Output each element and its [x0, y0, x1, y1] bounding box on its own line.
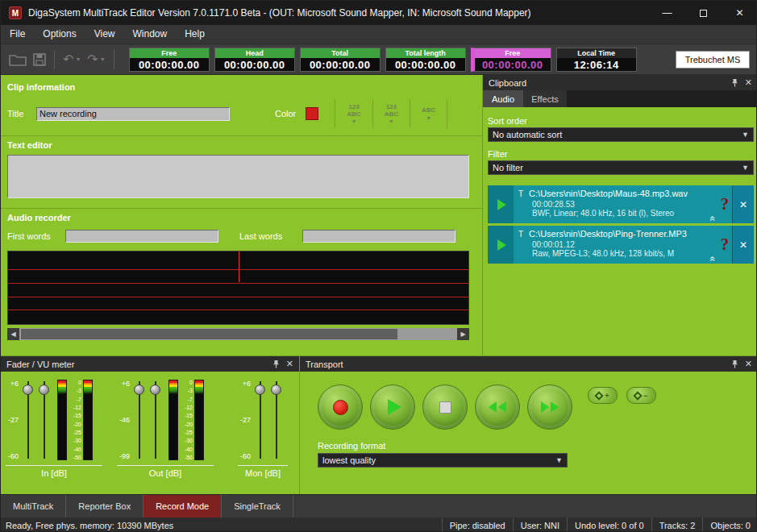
- group-divider-line: [6, 465, 102, 466]
- fader-knob[interactable]: [39, 384, 49, 395]
- fader-knob[interactable]: [150, 384, 160, 395]
- menu-window[interactable]: Window: [124, 25, 177, 44]
- tab-effects[interactable]: Effects: [523, 90, 567, 107]
- redo-icon: ↷: [87, 53, 98, 66]
- menu-view[interactable]: View: [85, 25, 124, 44]
- save-icon: [33, 53, 46, 66]
- menu-file[interactable]: File: [1, 25, 34, 44]
- scroll-right-button[interactable]: ▶: [457, 328, 469, 340]
- clipboard-panel: Clipboard ✕ Audio Effects Sort order No …: [482, 75, 757, 355]
- fader-knob[interactable]: [255, 384, 265, 395]
- waveform-display: [7, 251, 469, 325]
- tab-audio[interactable]: Audio: [483, 90, 523, 107]
- pin-icon: [731, 360, 738, 368]
- item-play-button[interactable]: [488, 226, 514, 264]
- window-title: DigaSystem MultiTrack Editor Version 7.0…: [28, 7, 649, 19]
- filter-dropdown[interactable]: No filter ▼: [488, 160, 754, 175]
- transport-close-button[interactable]: ✕: [745, 359, 752, 369]
- fader-knob[interactable]: [23, 384, 33, 395]
- scroll-left-button[interactable]: ◀: [7, 328, 19, 340]
- clipboard-panel-title: Clipboard: [483, 78, 731, 88]
- add-marker-button[interactable]: +: [588, 387, 618, 404]
- item-format: BWF, Linear; 48.0 kHz, 16 bit (l), Stere…: [532, 209, 708, 218]
- play-button[interactable]: [370, 384, 415, 430]
- clipboard-item[interactable]: T C:\Users\nin\Desktop\Ping-Trenner.MP3 …: [488, 226, 754, 264]
- maximize-button[interactable]: [685, 1, 722, 25]
- close-icon: ✕: [739, 199, 747, 210]
- text-editor-area[interactable]: [7, 155, 469, 198]
- color-swatch[interactable]: [306, 107, 318, 120]
- tab-reporter-box[interactable]: Reporter Box: [66, 495, 143, 517]
- fader-panel-close-button[interactable]: ✕: [286, 359, 293, 369]
- open-folder-button[interactable]: [9, 53, 27, 66]
- pin-button[interactable]: [731, 78, 738, 87]
- in-fader-right[interactable]: [36, 380, 52, 460]
- track-divider-line: [8, 297, 468, 297]
- record-button[interactable]: [318, 384, 363, 430]
- title-input[interactable]: [36, 107, 230, 121]
- tab-singletrack[interactable]: SingleTrack: [222, 495, 293, 517]
- app-icon: M: [9, 6, 22, 19]
- stop-button[interactable]: [422, 384, 468, 430]
- redo-button[interactable]: ↷▼: [87, 53, 105, 66]
- rewind-button[interactable]: [475, 384, 520, 430]
- time-display-label: Head: [215, 48, 294, 58]
- pin-button[interactable]: [272, 360, 280, 368]
- fader-knob[interactable]: [271, 384, 281, 395]
- remove-marker-button[interactable]: −: [626, 387, 656, 404]
- undo-button[interactable]: ↶▼: [63, 53, 81, 66]
- font-selector[interactable]: Trebuchet MS: [676, 51, 750, 69]
- collapse-chevrons-icon[interactable]: «: [709, 216, 717, 222]
- out-fader-right[interactable]: [148, 380, 164, 460]
- time-display-value: 00:00:00.00: [215, 58, 294, 71]
- in-vu-meter: 0-3-7-12-15-20-25-30-40-50: [57, 380, 93, 460]
- numbering-template-dropdown[interactable]: 123 ABC ▼: [335, 99, 372, 128]
- sort-order-dropdown[interactable]: No automatic sort ▼: [488, 127, 754, 142]
- dropdown-arrow-icon: ▼: [738, 164, 753, 172]
- dropdown-arrow-icon: ▼: [389, 118, 394, 124]
- tab-record-mode[interactable]: Record Mode: [143, 495, 222, 517]
- item-marker: T: [518, 230, 523, 239]
- clipboard-close-button[interactable]: ✕: [745, 77, 752, 88]
- time-display-free: Free 00:00:00.00: [129, 48, 210, 72]
- text-editor-header: Text editor: [1, 140, 482, 150]
- item-delete-button[interactable]: ✕: [732, 185, 754, 223]
- scrollbar-track[interactable]: [19, 328, 457, 340]
- last-words-input[interactable]: [302, 230, 455, 243]
- scrollbar-thumb[interactable]: [21, 329, 397, 339]
- menu-help[interactable]: Help: [176, 25, 214, 44]
- sort-order-label: Sort order: [488, 116, 754, 126]
- tab-multitrack[interactable]: MultiTrack: [1, 495, 66, 517]
- item-delete-button[interactable]: ✕: [732, 226, 754, 264]
- title-bar: M DigaSystem MultiTrack Editor Version 7…: [1, 1, 757, 25]
- fader-knob[interactable]: [134, 384, 144, 395]
- dropdown-arrow-icon: ▼: [738, 131, 753, 139]
- collapse-chevrons-icon[interactable]: «: [709, 256, 717, 262]
- undo-icon: ↶: [63, 53, 73, 66]
- item-play-button[interactable]: [488, 185, 514, 223]
- in-fader-left[interactable]: [20, 380, 36, 460]
- close-icon: ✕: [735, 7, 743, 19]
- time-display-value: 00:00:00.00: [130, 58, 209, 71]
- pin-button[interactable]: [731, 360, 738, 368]
- mon-fader-left[interactable]: [252, 380, 268, 460]
- out-fader-left[interactable]: [131, 380, 148, 460]
- minimize-button[interactable]: —: [649, 1, 685, 25]
- recording-format-dropdown[interactable]: lowest quality ▼: [318, 453, 568, 468]
- text-template-dropdown[interactable]: 123 ABC ▼: [372, 99, 410, 128]
- first-words-input[interactable]: [65, 230, 218, 243]
- mon-fader-right[interactable]: [268, 380, 285, 460]
- toolbar-separator: [114, 50, 114, 69]
- save-button[interactable]: [33, 53, 46, 66]
- close-button[interactable]: ✕: [722, 1, 757, 25]
- clipboard-item-list: T C:\Users\nin\Desktop\Maus-48.mp3.wav 0…: [488, 185, 754, 264]
- fast-forward-button[interactable]: [527, 384, 572, 430]
- clip-information-header: Clip information: [1, 82, 482, 92]
- fader-group-out: +6-46-99 0-3-7-12-15-20-25-30-40-50 Out …: [117, 380, 214, 478]
- waveform-scrollbar[interactable]: ◀ ▶: [7, 328, 469, 340]
- pin-icon: [731, 78, 738, 87]
- clipboard-item[interactable]: T C:\Users\nin\Desktop\Maus-48.mp3.wav 0…: [488, 185, 754, 223]
- abc-dropdown[interactable]: ABC ▼: [410, 99, 447, 128]
- menu-options[interactable]: Options: [34, 25, 85, 44]
- time-display-total-length: Total length 00:00:00.00: [385, 48, 466, 72]
